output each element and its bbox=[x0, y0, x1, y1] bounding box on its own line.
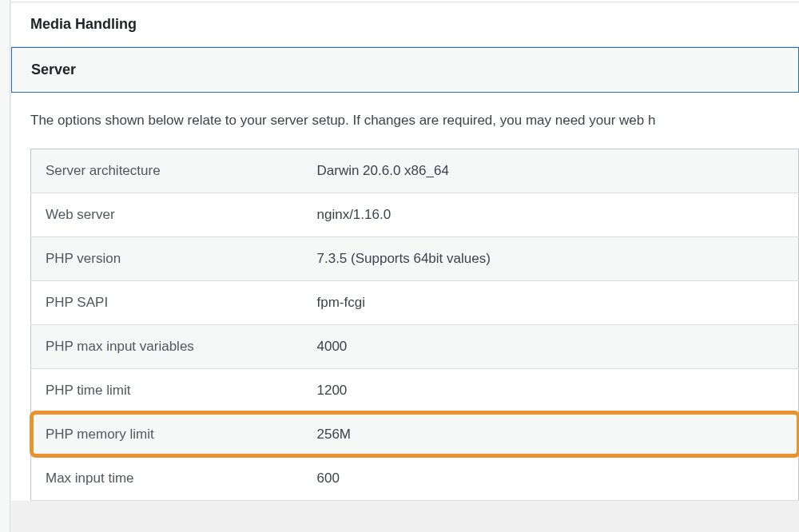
row-label: PHP time limit bbox=[31, 368, 303, 412]
table-row: PHP memory limit256M bbox=[31, 412, 799, 456]
accordion-server[interactable]: Server bbox=[11, 47, 799, 93]
row-label: PHP SAPI bbox=[31, 280, 303, 324]
row-label: PHP version bbox=[31, 236, 303, 280]
table-row: PHP max input variables4000 bbox=[31, 324, 799, 368]
table-row: Server architectureDarwin 20.6.0 x86_64 bbox=[31, 149, 799, 193]
row-label: Max input time bbox=[31, 456, 303, 500]
row-label: Server architecture bbox=[31, 149, 303, 193]
row-value: Darwin 20.6.0 x86_64 bbox=[303, 149, 799, 193]
row-value: 7.3.5 (Supports 64bit values) bbox=[303, 236, 799, 280]
table-row: PHP SAPIfpm-fcgi bbox=[31, 280, 799, 324]
row-value: nginx/1.16.0 bbox=[303, 193, 799, 236]
row-label: Web server bbox=[31, 193, 303, 236]
table-row: PHP version7.3.5 (Supports 64bit values) bbox=[31, 236, 799, 280]
row-value: fpm-fcgi bbox=[303, 280, 799, 324]
accordion-media-handling[interactable]: Media Handling bbox=[11, 2, 799, 47]
server-panel: The options shown below relate to your s… bbox=[11, 93, 799, 501]
server-description: The options shown below relate to your s… bbox=[30, 110, 799, 131]
table-row: PHP time limit1200 bbox=[31, 368, 799, 412]
row-value: 4000 bbox=[303, 324, 799, 368]
row-value: 600 bbox=[303, 456, 799, 500]
main-container: Media Handling Server The options shown … bbox=[11, 0, 799, 501]
table-row: Max input time600 bbox=[31, 456, 799, 500]
server-info-tbody: Server architectureDarwin 20.6.0 x86_64W… bbox=[31, 149, 799, 500]
left-edge-strip bbox=[0, 0, 10, 532]
table-row: Web servernginx/1.16.0 bbox=[31, 193, 799, 236]
row-value: 1200 bbox=[303, 368, 799, 412]
server-info-table: Server architectureDarwin 20.6.0 x86_64W… bbox=[30, 149, 799, 501]
row-label: PHP max input variables bbox=[31, 324, 303, 368]
row-label: PHP memory limit bbox=[31, 412, 303, 456]
row-value: 256M bbox=[303, 412, 799, 456]
